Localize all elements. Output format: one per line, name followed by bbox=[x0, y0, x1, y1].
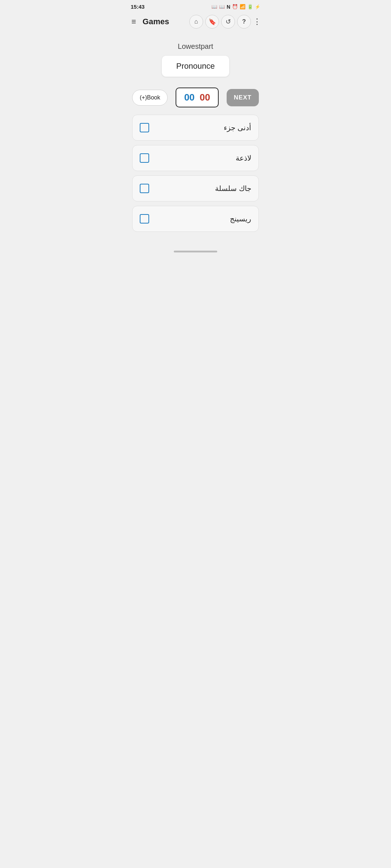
bookmark-icon: 🔖 bbox=[209, 18, 216, 26]
list-item[interactable]: ريسينج bbox=[132, 206, 259, 232]
book-icon-1: 📖 bbox=[211, 4, 217, 9]
next-button[interactable]: NEXT bbox=[227, 89, 259, 106]
home-icon: ⌂ bbox=[194, 18, 198, 25]
signal-icon: 📶 bbox=[240, 4, 245, 9]
menu-icon[interactable]: ≡ bbox=[130, 16, 138, 28]
option-text: ريسينج bbox=[230, 214, 251, 223]
status-time: 15:43 bbox=[131, 4, 144, 10]
status-icons: 📖 📖 N ⏰ 📶 🔋 ⚡ bbox=[211, 4, 260, 10]
nav-actions: ⌂ 🔖 ↺ ? ⋮ bbox=[189, 15, 261, 29]
option-checkbox[interactable] bbox=[140, 123, 149, 132]
list-item[interactable]: أدنى جزء bbox=[132, 115, 259, 141]
list-item[interactable]: جاك سلسلة bbox=[132, 175, 259, 201]
book-button[interactable]: (+)Book bbox=[132, 90, 168, 106]
charging-icon: ⚡ bbox=[255, 4, 260, 9]
pronounce-button[interactable]: Pronounce bbox=[162, 56, 229, 77]
option-text: لاذعة bbox=[236, 154, 251, 162]
alarm-icon: ⏰ bbox=[232, 4, 238, 9]
history-icon: ↺ bbox=[226, 18, 231, 26]
options-list: أدنى جزءلاذعةجاك سلسلةريسينج bbox=[132, 115, 259, 232]
main-content: Lowestpart Pronounce (+)Book 00 00 NEXT … bbox=[125, 31, 266, 239]
option-text: أدنى جزء bbox=[224, 123, 251, 132]
score-red: 00 bbox=[200, 92, 210, 103]
list-item[interactable]: لاذعة bbox=[132, 145, 259, 171]
history-button[interactable]: ↺ bbox=[221, 15, 235, 29]
option-checkbox[interactable] bbox=[140, 184, 149, 193]
score-display: 00 00 bbox=[176, 88, 219, 107]
option-text: جاك سلسلة bbox=[215, 184, 251, 193]
help-button[interactable]: ? bbox=[237, 15, 251, 29]
option-checkbox[interactable] bbox=[140, 153, 149, 163]
battery-icon: 🔋 bbox=[247, 4, 253, 9]
word-section: Lowestpart Pronounce bbox=[132, 42, 259, 77]
book-icon-2: 📖 bbox=[219, 4, 225, 9]
bottom-indicator bbox=[174, 251, 217, 252]
home-button[interactable]: ⌂ bbox=[189, 15, 203, 29]
status-bar: 15:43 📖 📖 N ⏰ 📶 🔋 ⚡ bbox=[125, 0, 266, 12]
nfc-icon: N bbox=[227, 4, 230, 10]
score-blue: 00 bbox=[184, 92, 195, 103]
option-checkbox[interactable] bbox=[140, 214, 149, 224]
word-label: Lowestpart bbox=[178, 42, 213, 51]
more-button[interactable]: ⋮ bbox=[253, 17, 261, 26]
help-icon: ? bbox=[242, 18, 246, 25]
bookmark-button[interactable]: 🔖 bbox=[205, 15, 219, 29]
page-title: Games bbox=[143, 17, 186, 26]
score-row: (+)Book 00 00 NEXT bbox=[132, 88, 259, 107]
bottom-bar bbox=[125, 246, 266, 257]
nav-bar: ≡ Games ⌂ 🔖 ↺ ? ⋮ bbox=[125, 12, 266, 31]
